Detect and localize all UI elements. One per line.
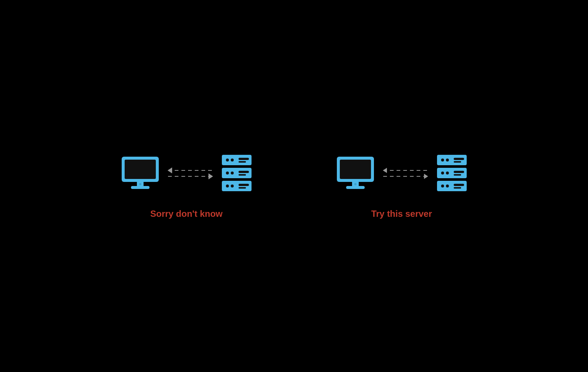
svg-point-17 xyxy=(231,185,234,187)
svg-rect-8 xyxy=(239,158,249,160)
diagram-right: Try this server xyxy=(335,153,469,219)
arrow-response-right xyxy=(383,170,428,171)
arrow-response-left xyxy=(168,170,213,171)
svg-rect-38 xyxy=(454,184,464,186)
svg-point-31 xyxy=(441,172,444,174)
svg-rect-29 xyxy=(454,161,461,163)
svg-rect-9 xyxy=(239,161,246,163)
arrow-request-left xyxy=(168,176,213,177)
svg-rect-18 xyxy=(239,184,249,186)
diagram-left: Sorry don't know xyxy=(120,153,253,219)
caption-left: Sorry don't know xyxy=(150,209,223,219)
svg-rect-28 xyxy=(454,158,464,160)
svg-rect-1 xyxy=(125,160,156,179)
arrows-left xyxy=(168,170,213,177)
svg-point-32 xyxy=(446,172,449,174)
svg-rect-3 xyxy=(131,186,150,189)
diagram-row-right xyxy=(335,153,469,194)
svg-point-24 xyxy=(354,183,357,185)
svg-point-27 xyxy=(446,159,449,161)
svg-rect-33 xyxy=(454,171,464,173)
svg-rect-23 xyxy=(346,186,365,189)
svg-point-37 xyxy=(446,185,449,187)
svg-point-7 xyxy=(231,159,234,161)
svg-point-12 xyxy=(231,172,234,174)
svg-point-11 xyxy=(226,172,229,174)
svg-rect-21 xyxy=(340,160,371,179)
svg-point-4 xyxy=(139,183,141,185)
monitor-icon-right xyxy=(335,155,376,192)
svg-rect-19 xyxy=(239,187,246,189)
diagram-row-left xyxy=(120,153,253,194)
svg-rect-13 xyxy=(239,171,249,173)
svg-rect-34 xyxy=(454,174,461,176)
monitor-icon-left xyxy=(120,155,161,192)
svg-point-16 xyxy=(226,185,229,187)
svg-point-26 xyxy=(441,159,444,161)
arrow-request-right xyxy=(383,176,428,177)
svg-rect-14 xyxy=(239,174,246,176)
server-icon-left xyxy=(220,153,253,194)
svg-point-36 xyxy=(441,185,444,187)
svg-rect-39 xyxy=(454,187,461,189)
caption-right: Try this server xyxy=(371,209,432,219)
server-icon-right xyxy=(435,153,469,194)
scene: Sorry don't know xyxy=(120,153,469,219)
svg-point-6 xyxy=(226,159,229,161)
arrows-right xyxy=(383,170,428,177)
